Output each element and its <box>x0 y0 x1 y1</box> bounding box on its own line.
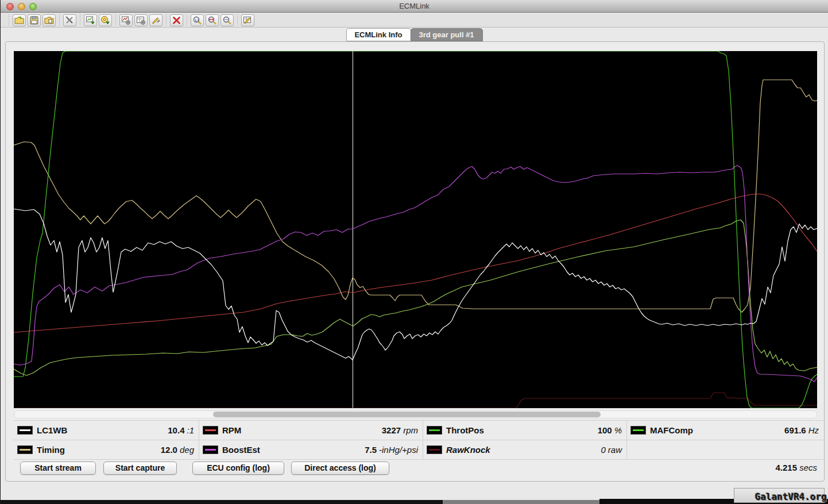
legend-unit: raw <box>608 445 622 455</box>
cursor-time-value: 4.215 <box>775 463 797 472</box>
ecmlink-window: ECMLink 1:1 ECMLink Info3rd gear pull #1… <box>0 0 828 504</box>
toolbar-separator <box>114 14 117 26</box>
legend-cell-boostest[interactable]: BoostEst7.5-inHg/+psi <box>199 440 423 460</box>
save-button[interactable] <box>28 14 41 26</box>
legend-swatch-mafcomp <box>630 426 646 435</box>
legend-name: LC1WB <box>37 425 67 435</box>
start-capture-button[interactable]: Start capture <box>103 462 177 475</box>
legend-unit: :1 <box>187 425 194 435</box>
legend-name: RawKnock <box>446 445 490 455</box>
legend-unit: Hz <box>808 425 819 435</box>
legend-unit: deg <box>180 445 194 455</box>
tabs: ECMLink Info3rd gear pull #1 <box>346 28 482 41</box>
tab-3rd-gear-pull-1[interactable]: 3rd gear pull #1 <box>410 28 482 41</box>
save-icon <box>29 15 39 25</box>
toolbar-group-2 <box>84 14 112 26</box>
open-file-button[interactable] <box>13 14 26 26</box>
legend-cell-rawknock[interactable]: RawKnock0raw <box>423 440 627 460</box>
config-tools-icon <box>151 15 161 25</box>
toolbar-separator <box>79 14 82 26</box>
legend-table: LC1WB10.4:1RPM3227rpmThrotPos100%MAFComp… <box>14 420 823 460</box>
legend-unit: rpm <box>403 425 418 435</box>
export-disc-button[interactable] <box>99 14 112 26</box>
direct-access-log--button[interactable]: Direct access (log) <box>291 462 389 475</box>
graph-settings-icon <box>121 15 131 25</box>
toolbar-separator <box>58 14 61 26</box>
toolbar-group-0 <box>13 14 56 26</box>
graph-settings-button[interactable] <box>119 14 133 26</box>
zoom-fit-button[interactable] <box>206 14 219 26</box>
tools-icon <box>65 15 75 25</box>
legend-swatch-timing <box>17 445 33 454</box>
trace-boostest <box>14 165 817 382</box>
toolbar: 1:1 <box>1 13 828 28</box>
main-panel: LC1WB10.4:1RPM3227rpmThrotPos100%MAFComp… <box>5 41 825 482</box>
legend-swatch-throtpos <box>427 426 442 435</box>
cursor-time: 4.215 secs <box>775 463 817 472</box>
zoom-custom-icon <box>222 15 232 25</box>
open-folder-button[interactable] <box>42 14 56 26</box>
legend-value: 691.6 <box>784 425 806 435</box>
zoom-custom-button[interactable] <box>220 14 234 26</box>
toolbar-group-1 <box>63 14 76 26</box>
datalog-graph[interactable] <box>14 51 817 408</box>
export-graph-icon <box>86 15 95 25</box>
svg-text:1:1: 1:1 <box>195 18 199 21</box>
tools-button[interactable] <box>63 14 76 26</box>
toolbar-group-3 <box>119 14 162 26</box>
export-graph-button[interactable] <box>84 14 97 26</box>
toolbar-group-6 <box>241 14 254 26</box>
legend-cell-throtpos[interactable]: ThrotPos100% <box>423 421 627 440</box>
trace-mafcomp <box>14 220 817 375</box>
toolbar-separator <box>185 14 188 26</box>
legend-value: 10.4 <box>168 425 184 435</box>
legend-value: 100 <box>598 425 612 435</box>
trace-timing <box>14 80 817 312</box>
tab-ecmlink-info[interactable]: ECMLink Info <box>346 28 411 41</box>
legend-value: 12.0 <box>161 445 177 455</box>
bottom-gray-segment <box>443 500 599 504</box>
config-tools-button[interactable] <box>149 14 162 26</box>
watermark-text: GalantVR4.org <box>755 491 827 502</box>
zoom-actual-button[interactable]: 1:1 <box>191 14 204 26</box>
legend-unit: -inHg/+psi <box>379 445 418 455</box>
graph-canvas[interactable] <box>14 51 817 408</box>
legend-unit: % <box>614 425 622 435</box>
legend-cell-mafcomp[interactable]: MAFComp691.6Hz <box>627 421 823 440</box>
trace-rpm <box>14 194 817 332</box>
legend-cell-timing[interactable]: Timing12.0deg <box>14 440 199 460</box>
legend-cell-lc1wb[interactable]: LC1WB10.4:1 <box>14 421 199 440</box>
capture-settings-icon <box>136 15 146 25</box>
table-edit-icon <box>243 15 253 25</box>
legend-swatch-boostest <box>203 445 218 454</box>
toolbar-group-5: 1:1 <box>191 14 234 26</box>
zoom-actual-icon: 1:1 <box>192 15 202 25</box>
legend-swatch-lc1wb <box>17 426 33 435</box>
legend-value: 0 <box>601 445 605 455</box>
export-disc-icon <box>100 15 110 25</box>
tab-bar: ECMLink Info3rd gear pull #1 <box>1 28 828 41</box>
start-stream-button[interactable]: Start stream <box>20 462 96 475</box>
window-title: ECMLink <box>1 2 828 10</box>
legend-name: Timing <box>37 445 65 455</box>
trace-rawknock <box>14 393 817 408</box>
cursor-time-unit: secs <box>799 463 817 472</box>
legend-name: MAFComp <box>650 425 693 435</box>
button-row: 4.215 secs Start streamStart captureECU … <box>6 462 824 476</box>
toolbar-group-4 <box>170 14 183 26</box>
ecu-config-log--button[interactable]: ECU config (log) <box>192 462 284 475</box>
legend-cell-rpm[interactable]: RPM3227rpm <box>199 421 423 440</box>
legend-value: 3227 <box>382 425 401 435</box>
toolbar-separator <box>236 14 239 26</box>
open-file-icon <box>14 15 24 25</box>
delete-button[interactable] <box>170 14 183 26</box>
horizontal-scrollbar[interactable] <box>14 410 817 418</box>
legend-name: BoostEst <box>222 445 260 455</box>
legend-cell-empty <box>627 440 823 460</box>
table-edit-button[interactable] <box>241 14 254 26</box>
toolbar-separator <box>165 14 168 26</box>
legend-name: ThrotPos <box>446 425 484 435</box>
zoom-fit-icon <box>207 15 217 25</box>
capture-settings-button[interactable] <box>134 14 148 26</box>
scrollbar-thumb[interactable] <box>213 412 601 417</box>
